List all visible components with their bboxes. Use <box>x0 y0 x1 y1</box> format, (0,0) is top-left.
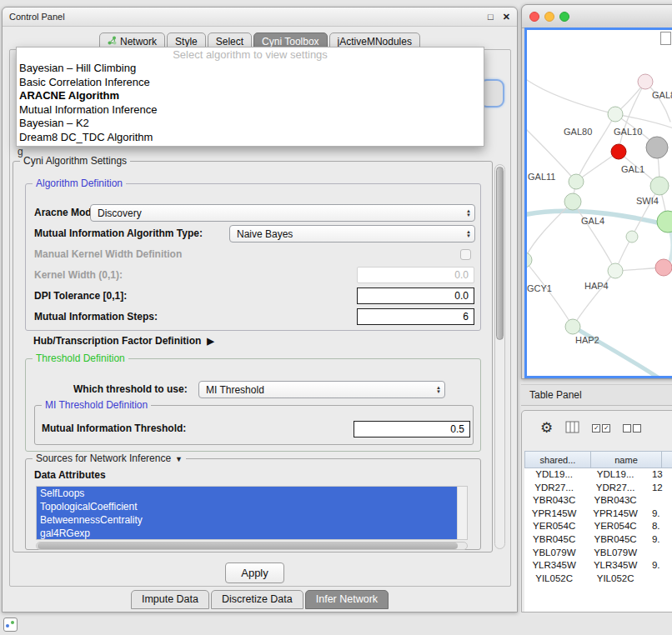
manual-kernel-label: Manual Kernel Width Definition <box>34 246 182 263</box>
table-panel-titlebar[interactable]: Table Panel <box>521 384 672 406</box>
network-node[interactable] <box>657 211 672 232</box>
mi-threshold-label: Mutual Information Threshold: <box>42 420 186 438</box>
network-node[interactable] <box>608 263 623 278</box>
sources-toggle[interactable]: Sources for Network Inference▼ <box>33 452 186 464</box>
network-edge <box>573 271 615 327</box>
network-node[interactable] <box>646 137 668 158</box>
table-row[interactable]: YER054CYER054C8. <box>524 520 672 533</box>
data-attribute-item[interactable]: SelfLoops <box>37 487 458 500</box>
table-row[interactable]: YDL19...YDL19...13 <box>524 468 672 482</box>
spinner-arrows-icon: ▲▼ <box>466 209 471 218</box>
table-row[interactable]: YBL079WYBL079W <box>524 547 672 560</box>
algorithm-option[interactable]: Bayesian – K2 <box>17 117 484 131</box>
mi-steps-field[interactable]: 6 <box>357 308 474 325</box>
algorithm-definition-title: Algorithm Definition <box>33 178 126 189</box>
birdseye-corner-widget[interactable] <box>660 32 671 45</box>
scrollbar-thumb[interactable] <box>496 167 504 340</box>
minimize-button-icon[interactable] <box>544 12 554 22</box>
data-attribute-item[interactable]: BetweennessCentrality <box>37 513 458 527</box>
mi-type-select[interactable]: Naive Bayes ▲▼ <box>229 225 475 242</box>
node-label: GAL10 <box>614 127 642 137</box>
data-attributes-list[interactable]: SelfLoopsTopologicalCoefficientBetweenne… <box>36 486 468 540</box>
column-header[interactable]: name <box>591 451 662 468</box>
table-cell: YPR145W <box>524 508 584 521</box>
network-node[interactable] <box>650 177 669 195</box>
table-cell: YIL052C <box>584 572 647 586</box>
spinner-arrows-icon: ▲▼ <box>436 386 441 394</box>
node-label: GAL4 <box>581 216 604 226</box>
table-cell: YBL079W <box>584 547 647 560</box>
tab-discretize-data[interactable]: Discretize Data <box>211 590 303 609</box>
table-cell: 9. <box>647 559 672 572</box>
float-window-icon[interactable]: □ <box>488 12 494 22</box>
table-cell: YBR043C <box>584 494 647 508</box>
network-node[interactable] <box>655 259 672 276</box>
network-node[interactable] <box>569 174 584 189</box>
aracne-mode-select[interactable]: Discovery ▲▼ <box>90 204 475 222</box>
settings-gear-icon[interactable]: ⚙ <box>540 420 553 437</box>
settings-scrollbar[interactable] <box>494 164 505 549</box>
algorithm-option[interactable]: Basic Correlation Inference <box>17 76 484 90</box>
algorithm-option[interactable]: Mutual Information Inference <box>17 103 484 118</box>
column-header[interactable]: shared... <box>524 451 591 468</box>
network-node[interactable] <box>608 107 623 122</box>
hub-definition-toggle[interactable]: Hub/Transcription Factor Definition▶ <box>33 333 214 348</box>
tab-impute-data[interactable]: Impute Data <box>131 590 209 609</box>
data-attribute-item[interactable]: TopologicalCoefficient <box>37 500 458 513</box>
table-cell: YBL079W <box>524 547 584 560</box>
hub-definition-label: Hub/Transcription Factor Definition <box>33 335 201 347</box>
zoom-button-icon[interactable] <box>559 12 569 22</box>
table-row[interactable]: YIL052CYIL052C <box>524 572 672 586</box>
column-selector-icon[interactable] <box>565 421 579 437</box>
settings-group-title: Cyni Algorithm Settings <box>20 155 130 167</box>
sources-group: Sources for Network Inference▼ Data Attr… <box>25 458 481 550</box>
network-window-titlebar[interactable] <box>522 5 672 28</box>
data-attribute-item[interactable]: gal4RGexp <box>37 527 458 540</box>
network-node[interactable] <box>638 74 653 89</box>
column-header[interactable] <box>662 451 672 468</box>
algorithm-option[interactable]: ARACNE Algorithm <box>17 89 484 103</box>
kernel-width-field: 0.0 <box>357 267 474 283</box>
table-row[interactable]: YDR27...YDR27...12 <box>524 482 672 495</box>
network-node[interactable] <box>626 231 638 242</box>
minimized-window-icon[interactable] <box>3 618 18 632</box>
network-canvas[interactable]: GAL8GAL80GAL10GAL11GAL1SWI4GAL4GCY1HAP4H… <box>524 28 672 378</box>
dpi-tolerance-field[interactable]: 0.0 <box>357 288 474 304</box>
table-cell: YER054C <box>524 520 584 533</box>
deselect-all-icon[interactable] <box>623 424 641 432</box>
table-row[interactable]: YLR345WYLR345W9. <box>524 559 672 572</box>
network-edge <box>573 327 672 376</box>
tab-infer-network[interactable]: Infer Network <box>305 590 389 609</box>
network-node[interactable] <box>564 193 581 210</box>
table-cell: YDL19... <box>524 468 584 482</box>
close-button-icon[interactable] <box>529 12 539 22</box>
table-cell: YLR345W <box>524 559 584 572</box>
algorithm-dropdown-list: Select algorithm to view settings Bayesi… <box>16 47 484 147</box>
table-cell: YPR145W <box>584 508 647 521</box>
table-toolbar: ⚙ ✓ ✓ <box>540 418 641 438</box>
which-threshold-select[interactable]: MI Threshold ▲▼ <box>198 381 445 398</box>
mi-type-label: Mutual Information Algorithm Type: <box>34 225 203 242</box>
node-label: HAP4 <box>584 281 609 291</box>
manual-kernel-checkbox[interactable] <box>460 249 471 260</box>
table-cell: YBR045C <box>584 533 647 547</box>
table-cell <box>647 494 672 508</box>
mi-threshold-field[interactable]: 0.5 <box>354 421 470 438</box>
control-panel-titlebar[interactable]: Control Panel □ ✕ <box>3 8 517 27</box>
network-edge <box>527 80 615 114</box>
list-vertical-scrollbar[interactable] <box>457 487 467 539</box>
network-node[interactable] <box>565 319 580 334</box>
select-all-icon[interactable]: ✓ ✓ <box>592 424 610 432</box>
algorithm-option[interactable]: Bayesian – Hill Climbing <box>17 62 484 76</box>
table-row[interactable]: YPR145WYPR145W9. <box>524 508 672 521</box>
network-node[interactable] <box>611 144 626 159</box>
apply-button[interactable]: Apply <box>225 562 284 583</box>
scrollbar-thumb[interactable] <box>38 542 458 549</box>
network-node[interactable] <box>527 252 532 268</box>
table-row[interactable]: YBR043CYBR043C <box>524 494 672 508</box>
close-window-icon[interactable]: ✕ <box>503 12 510 22</box>
table-cell: 13 <box>647 468 672 482</box>
algorithm-option[interactable]: Dream8 DC_TDC Algorithm <box>17 131 484 145</box>
list-horizontal-scrollbar[interactable] <box>36 542 468 550</box>
table-row[interactable]: YBR045CYBR045C9. <box>524 533 672 547</box>
